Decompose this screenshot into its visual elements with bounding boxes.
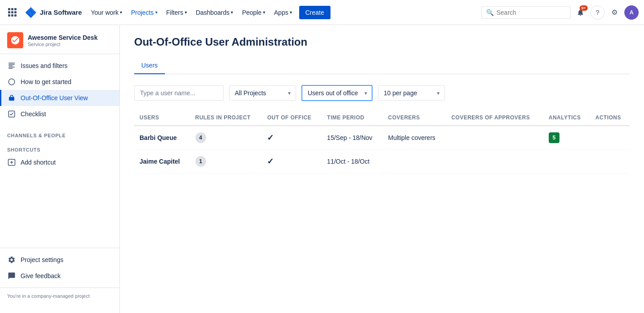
plus-icon xyxy=(7,158,16,167)
notifications-button[interactable]: 9+ xyxy=(573,5,588,20)
sidebar: Awesome Service Desk Service project Iss… xyxy=(0,25,120,313)
page-title: Out-Of-Office User Administration xyxy=(134,36,630,48)
filters-row: All Projects Users out of office 10 per … xyxy=(134,85,630,101)
help-button[interactable]: ? xyxy=(590,5,605,20)
notification-badge: 9+ xyxy=(580,5,588,11)
col-analytics: Analytics xyxy=(543,110,590,126)
chevron-down-icon: ▾ xyxy=(185,10,187,15)
nav-people[interactable]: People ▾ xyxy=(238,6,269,19)
shortcuts-section-label: SHORTCUTS xyxy=(0,140,119,154)
nav-projects[interactable]: Projects ▾ xyxy=(127,6,161,19)
app-layout: Awesome Service Desk Service project Iss… xyxy=(0,25,644,313)
table-row: Jaime Capitel 1 ✓ 11/Oct - 18/Oct xyxy=(134,150,630,173)
col-coverers: Coverers xyxy=(383,110,446,126)
col-actions: Actions xyxy=(590,110,630,126)
chevron-down-icon: ▾ xyxy=(155,10,157,15)
settings-button[interactable]: ⚙ xyxy=(607,5,622,20)
nav-apps[interactable]: Apps ▾ xyxy=(271,6,296,19)
rules-badge-barbi: 4 xyxy=(195,132,206,143)
search-icon: 🔍 xyxy=(486,9,494,16)
jira-logo-text: Jira Software xyxy=(40,8,82,16)
tabs: Users xyxy=(134,57,630,74)
project-header[interactable]: Awesome Service Desk Service project xyxy=(0,25,119,54)
service-desk-icon xyxy=(10,35,20,45)
jira-diamond-icon xyxy=(25,6,37,19)
table-row: Barbi Queue 4 ✓ 15/Sep - 18/Nov Multiple… xyxy=(134,126,630,150)
user-name-jaime: Jaime Capitel xyxy=(140,158,180,165)
status-filter-wrap: Users out of office xyxy=(301,85,373,101)
svg-point-0 xyxy=(8,79,15,85)
give-feedback-label: Give feedback xyxy=(21,272,61,279)
topnav-right-actions: 🔍 9+ ? ⚙ A xyxy=(481,5,639,20)
time-period-jaime: 11/Oct - 18/Oct xyxy=(327,158,369,165)
chevron-down-icon: ▾ xyxy=(263,10,265,15)
grid-icon xyxy=(8,8,17,17)
search-box[interactable]: 🔍 xyxy=(481,6,571,19)
help-icon: ? xyxy=(596,8,599,16)
user-name-barbi: Barbi Queue xyxy=(140,134,177,141)
chevron-down-icon: ▾ xyxy=(231,10,233,15)
sidebar-item-howto[interactable]: How to get started xyxy=(0,74,119,90)
analytics-jaime xyxy=(543,150,590,173)
add-shortcut-label: Add shortcut xyxy=(21,159,56,166)
table-header: Users Rules in project Out of office Tim… xyxy=(134,110,630,126)
nav-filters[interactable]: Filters ▾ xyxy=(163,6,191,19)
sidebar-bottom: Project settings Give feedback xyxy=(0,248,119,288)
main-content: Out-Of-Office User Administration Users … xyxy=(120,25,644,313)
col-out-of-office: Out of office xyxy=(262,110,322,126)
search-input[interactable] xyxy=(496,9,566,16)
channels-section-label: CHANNELS & PEOPLE xyxy=(0,126,119,140)
sidebar-item-issues-label: Issues and filters xyxy=(21,62,68,69)
jira-logo[interactable]: Jira Software xyxy=(25,6,82,19)
sidebar-item-ooo[interactable]: Out-Of-Office User View xyxy=(0,90,119,106)
sidebar-item-howto-label: How to get started xyxy=(21,78,72,85)
app-switcher[interactable] xyxy=(5,5,19,19)
out-of-office-check-barbi: ✓ xyxy=(267,133,274,142)
project-icon xyxy=(7,32,23,48)
coverers-barbi: Multiple coverers xyxy=(388,134,436,141)
sidebar-nav: Issues and filters How to get started Ou… xyxy=(0,54,119,126)
rules-badge-jaime: 1 xyxy=(195,156,206,167)
gear-icon xyxy=(7,255,16,264)
tab-users[interactable]: Users xyxy=(134,57,165,74)
nav-dashboards[interactable]: Dashboards ▾ xyxy=(192,6,237,19)
user-search-input[interactable] xyxy=(134,85,224,101)
col-users: Users xyxy=(134,110,190,126)
project-filter-wrap: All Projects xyxy=(229,85,296,101)
time-period-barbi: 15/Sep - 18/Nov xyxy=(327,134,372,141)
project-name: Awesome Service Desk xyxy=(28,34,97,42)
table-body: Barbi Queue 4 ✓ 15/Sep - 18/Nov Multiple… xyxy=(134,126,630,173)
palm-icon xyxy=(7,93,16,102)
per-page-select[interactable]: 10 per page xyxy=(378,85,445,101)
company-managed-label: You're in a company-managed project xyxy=(0,288,119,304)
status-filter-select[interactable]: Users out of office xyxy=(301,85,373,101)
user-avatar[interactable]: A xyxy=(624,5,639,20)
chevron-down-icon: ▾ xyxy=(290,10,292,15)
analytics-badge-barbi: 5 xyxy=(549,132,559,143)
top-navigation: Jira Software Your work ▾ Projects ▾ Fil… xyxy=(0,0,644,25)
users-table: Users Rules in project Out of office Tim… xyxy=(134,110,630,173)
create-button[interactable]: Create xyxy=(299,6,330,19)
sidebar-item-checklist[interactable]: Checklist xyxy=(0,106,119,122)
col-rules: Rules in project xyxy=(190,110,262,126)
sidebar-item-ooo-label: Out-Of-Office User View xyxy=(21,94,88,102)
nav-your-work[interactable]: Your work ▾ xyxy=(87,6,126,19)
per-page-filter-wrap: 10 per page xyxy=(378,85,445,101)
checklist-icon xyxy=(7,110,16,118)
col-time-period: Time period xyxy=(322,110,382,126)
out-of-office-check-jaime: ✓ xyxy=(267,157,274,166)
actions-barbi xyxy=(590,126,630,150)
project-filter-select[interactable]: All Projects xyxy=(229,85,296,101)
actions-jaime xyxy=(590,150,630,173)
issues-icon xyxy=(7,61,16,70)
sidebar-item-give-feedback[interactable]: Give feedback xyxy=(0,268,119,284)
project-info: Awesome Service Desk Service project xyxy=(28,34,97,47)
sidebar-item-project-settings[interactable]: Project settings xyxy=(0,252,119,268)
circle-icon xyxy=(7,77,16,86)
sidebar-item-issues[interactable]: Issues and filters xyxy=(0,58,119,74)
project-type: Service project xyxy=(28,42,97,47)
sidebar-item-add-shortcut[interactable]: Add shortcut xyxy=(0,154,119,170)
sidebar-item-checklist-label: Checklist xyxy=(21,110,46,118)
project-settings-label: Project settings xyxy=(21,256,64,263)
gear-icon: ⚙ xyxy=(611,8,618,17)
